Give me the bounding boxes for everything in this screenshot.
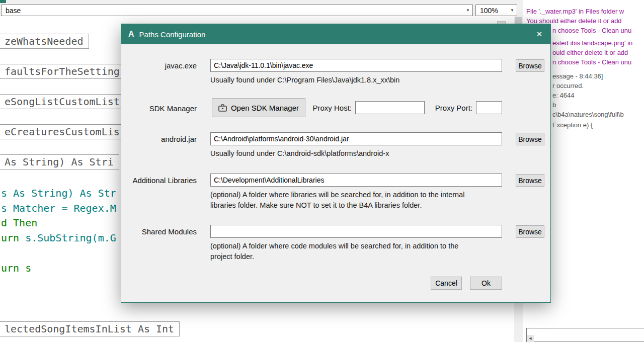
shared-modules-path-input[interactable] xyxy=(210,225,502,238)
proxy-port-label: Proxy Port: xyxy=(428,104,472,112)
code-line: urn s.SubString(m.G xyxy=(1,232,116,244)
scroll-left-icon[interactable]: ◀ xyxy=(527,335,534,342)
shared-modules-label: Shared Modules xyxy=(121,227,197,236)
shared-modules-helper-line2: project folder. xyxy=(210,251,254,262)
android-jar-label: android.jar xyxy=(121,135,197,143)
code-text: s As String) As Str xyxy=(1,187,116,199)
log-line: e: 4644 xyxy=(552,91,574,100)
code-keyword: d Then xyxy=(1,217,37,229)
dialog-titlebar[interactable]: A Paths Configuration ✕ xyxy=(121,24,550,44)
code-line: s Matcher = Regex.M xyxy=(1,202,116,214)
log-line: r occurred. xyxy=(552,81,584,91)
log-line: File '._water.mp3' in Files folder w xyxy=(526,7,624,16)
log-line: c\b4a\natures\song\full\b xyxy=(552,110,624,119)
code-keyword: urn xyxy=(1,232,25,244)
open-sdk-manager-label: Open SDK Manager xyxy=(231,104,299,112)
android-jar-helper-text: Usually found under C:\android-sdk\platf… xyxy=(210,148,389,159)
android-jar-browse-button[interactable]: Browse xyxy=(516,133,544,145)
code-text: s.SubString(m.G xyxy=(25,232,116,244)
collapsed-code-box[interactable]: lectedSongItemsInList As Int xyxy=(0,321,180,336)
log-line: Exception e) { xyxy=(552,121,593,130)
proxy-host-input[interactable] xyxy=(355,101,425,114)
window-edge-accent xyxy=(0,0,6,3)
android-jar-path-input[interactable] xyxy=(210,132,502,145)
additional-libraries-helper-line2: libraries folder. Make sure NOT to set i… xyxy=(210,200,422,211)
collapsed-code-box[interactable]: zeWhatsNeeded xyxy=(0,34,89,49)
javac-helper-text: Usually found under C:\Program Files\Jav… xyxy=(210,75,399,86)
topbar: base ▼ 100% ▼ xyxy=(0,0,523,16)
zoom-value: 100% xyxy=(476,7,498,15)
additional-libraries-helper-line1: (optional) A folder where libraries will… xyxy=(210,190,464,200)
proxy-port-input[interactable] xyxy=(476,101,502,114)
b4a-ide-screen: base ▼ 100% ▼ zeWhatsNeeded faultsForThe… xyxy=(0,0,644,342)
app-logo-icon: A xyxy=(128,30,134,39)
log-line: n choose Tools - Clean unu xyxy=(552,58,631,67)
collapsed-code-box[interactable]: faultsForTheSetting xyxy=(0,64,125,79)
dialog-title: Paths Configuration xyxy=(139,30,206,39)
module-selector-combobox[interactable]: base ▼ xyxy=(1,5,473,16)
open-sdk-manager-button[interactable]: Open SDK Manager xyxy=(212,98,305,117)
collapsed-code-box[interactable]: eSongListCustomList xyxy=(0,94,125,109)
additional-libraries-path-input[interactable] xyxy=(210,174,502,187)
javac-path-input[interactable] xyxy=(210,59,502,72)
code-line: s As String) As Str xyxy=(1,187,116,199)
zoom-combobox[interactable]: 100% ▼ xyxy=(475,5,517,16)
chevron-down-icon[interactable]: ▼ xyxy=(508,8,517,13)
javac-browse-button[interactable]: Browse xyxy=(516,59,544,72)
module-selector-value: base xyxy=(2,7,21,15)
log-filter-box[interactable] xyxy=(526,328,644,342)
collapsed-code-box[interactable]: eCreaturesCustomLis xyxy=(0,124,125,139)
code-line: d Then xyxy=(1,217,37,229)
collapsed-code-box[interactable]: As String) As Stri xyxy=(0,154,119,169)
shared-modules-helper-line1: (optional) A folder where code modules w… xyxy=(210,241,458,251)
close-icon[interactable]: ✕ xyxy=(528,24,550,44)
paths-configuration-dialog: A Paths Configuration ✕ javac.exe Browse… xyxy=(121,24,551,303)
ok-button[interactable]: Ok xyxy=(470,277,502,290)
cancel-button[interactable]: Cancel xyxy=(431,277,462,290)
log-line: b xyxy=(552,101,556,110)
code-text: s Matcher = Regex.M xyxy=(1,202,116,214)
sdk-manager-label: SDK Manager xyxy=(121,104,197,113)
log-line: ould either delete it or add xyxy=(552,48,628,57)
additional-libraries-label: Additional Libraries xyxy=(121,176,197,185)
log-line: ested ibis landscape.png' in xyxy=(552,39,632,48)
proxy-host-label: Proxy Host: xyxy=(307,104,352,112)
log-line: n choose Tools - Clean unu xyxy=(552,26,631,35)
additional-libraries-browse-button[interactable]: Browse xyxy=(516,174,544,187)
shared-modules-browse-button[interactable]: Browse xyxy=(516,225,544,238)
code-keyword: urn s xyxy=(1,262,31,274)
chevron-down-icon[interactable]: ▼ xyxy=(463,8,472,13)
log-line: essage - 8:44:36] xyxy=(552,72,603,81)
code-line: urn s xyxy=(1,262,31,274)
javac-label: javac.exe xyxy=(121,61,197,70)
sdk-manager-icon xyxy=(218,104,227,112)
